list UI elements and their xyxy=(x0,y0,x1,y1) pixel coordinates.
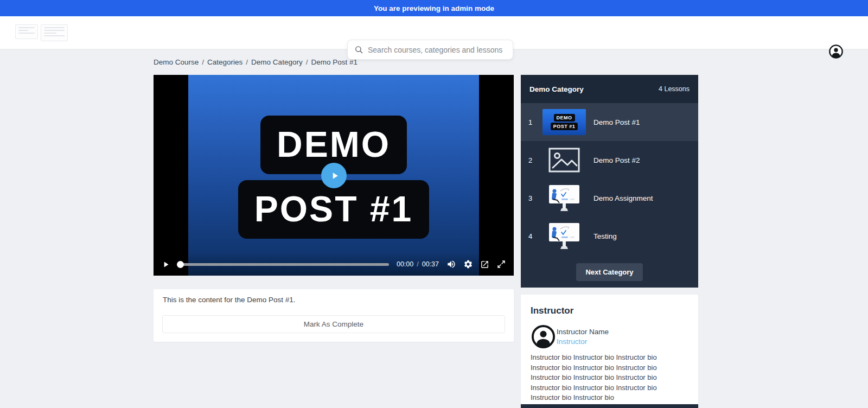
assignment-illustration-icon xyxy=(548,222,580,250)
site-header xyxy=(0,16,868,49)
popout-button[interactable] xyxy=(480,260,489,269)
search-icon xyxy=(354,45,363,54)
instructor-heading: Instructor xyxy=(531,305,573,316)
lesson-item-demo-assignment[interactable]: 3 Demo Assignment xyxy=(521,179,698,217)
duration: 00:37 xyxy=(422,260,439,268)
breadcrumb-current-lesson[interactable]: Demo Post #1 xyxy=(311,58,358,66)
video-player[interactable]: DEMO POST #1 00:00 / 00:37 xyxy=(154,75,514,276)
lesson-count: 4 Lessons xyxy=(659,85,690,93)
lesson-title: Testing xyxy=(593,232,691,240)
settings-button[interactable] xyxy=(463,259,473,269)
instructor-bio: Instructor bio Instructor bio Instructor… xyxy=(531,353,688,403)
assignment-illustration-icon xyxy=(548,184,580,212)
account-menu-button[interactable] xyxy=(828,44,844,59)
time-separator: / xyxy=(417,260,418,268)
gear-icon xyxy=(463,259,473,269)
sidebar-footer: Next Category xyxy=(521,255,698,289)
volume-icon xyxy=(446,259,456,269)
lesson-thumbnail: DEMO POST #1 xyxy=(541,109,587,135)
breadcrumb: Demo Course / Categories / Demo Category… xyxy=(154,58,358,66)
fullscreen-icon xyxy=(496,259,506,269)
video-controls-bar: 00:00 / 00:37 xyxy=(154,253,514,276)
lesson-title: Demo Assignment xyxy=(593,194,691,202)
progress-track xyxy=(180,263,389,266)
breadcrumb-categories[interactable]: Categories xyxy=(207,58,242,66)
breadcrumb-separator: / xyxy=(202,58,204,66)
admin-preview-banner: You are previewing in admin mode xyxy=(0,0,868,16)
lesson-content-text: This is the content for the Demo Post #1… xyxy=(163,296,296,304)
lesson-title: Demo Post #2 xyxy=(593,156,691,164)
mark-as-complete-button[interactable]: Mark As Complete xyxy=(162,315,505,333)
lesson-title: Demo Post #1 xyxy=(593,118,691,126)
play-icon xyxy=(329,170,340,181)
video-big-play-button[interactable] xyxy=(321,163,347,188)
current-time: 00:00 xyxy=(397,260,413,268)
instructor-avatar-icon xyxy=(531,324,556,349)
lesson-number: 4 xyxy=(528,232,538,240)
account-circle-icon xyxy=(828,44,844,59)
open-in-new-icon xyxy=(480,260,489,269)
admin-preview-banner-text: You are previewing in admin mode xyxy=(374,4,494,12)
play-icon xyxy=(161,260,170,269)
instructor-role-link[interactable]: Instructor xyxy=(557,337,587,346)
lesson-item-demo-post-2[interactable]: 2 Demo Post #2 xyxy=(521,141,698,179)
breadcrumb-separator: / xyxy=(306,58,308,66)
breadcrumb-category[interactable]: Demo Category xyxy=(251,58,303,66)
category-sidebar: Demo Category 4 Lessons 1 DEMO POST #1 D… xyxy=(521,75,698,288)
instructor-card: Instructor Instructor Name Instructor In… xyxy=(521,295,698,404)
instructor-name: Instructor Name xyxy=(557,328,609,336)
image-placeholder-icon xyxy=(548,148,580,173)
search-input[interactable] xyxy=(368,46,506,54)
lesson-number: 1 xyxy=(528,118,538,126)
video-progress-bar[interactable] xyxy=(177,260,389,268)
logo-card-icon xyxy=(41,24,68,41)
video-title-line2: POST #1 xyxy=(238,180,429,239)
global-search xyxy=(347,40,513,60)
play-button[interactable] xyxy=(161,260,170,269)
lesson-content-card: This is the content for the Demo Post #1… xyxy=(154,289,514,342)
category-title: Demo Category xyxy=(529,85,584,93)
progress-handle[interactable] xyxy=(177,261,184,268)
lesson-number: 3 xyxy=(528,194,538,202)
lesson-thumbnail xyxy=(541,222,587,250)
breadcrumb-separator: / xyxy=(246,58,248,66)
lesson-thumbnail xyxy=(541,148,587,173)
mini-thumb-line1: DEMO xyxy=(554,114,575,122)
next-category-button[interactable]: Next Category xyxy=(576,263,642,281)
next-section-strip xyxy=(521,404,698,408)
time-display: 00:00 / 00:37 xyxy=(397,260,439,268)
mini-thumb-line2: POST #1 xyxy=(551,123,578,130)
fullscreen-button[interactable] xyxy=(496,259,506,269)
site-logo[interactable] xyxy=(15,24,68,41)
volume-button[interactable] xyxy=(446,259,456,269)
lesson-item-testing[interactable]: 4 Testing xyxy=(521,217,698,255)
logo-card-icon xyxy=(15,24,38,39)
video-thumbnail-icon: DEMO POST #1 xyxy=(542,109,586,135)
lesson-item-demo-post-1[interactable]: 1 DEMO POST #1 Demo Post #1 xyxy=(521,103,698,141)
breadcrumb-course[interactable]: Demo Course xyxy=(154,58,199,66)
category-header: Demo Category 4 Lessons xyxy=(521,75,698,103)
lesson-number: 2 xyxy=(528,156,538,164)
lesson-thumbnail xyxy=(541,184,587,212)
